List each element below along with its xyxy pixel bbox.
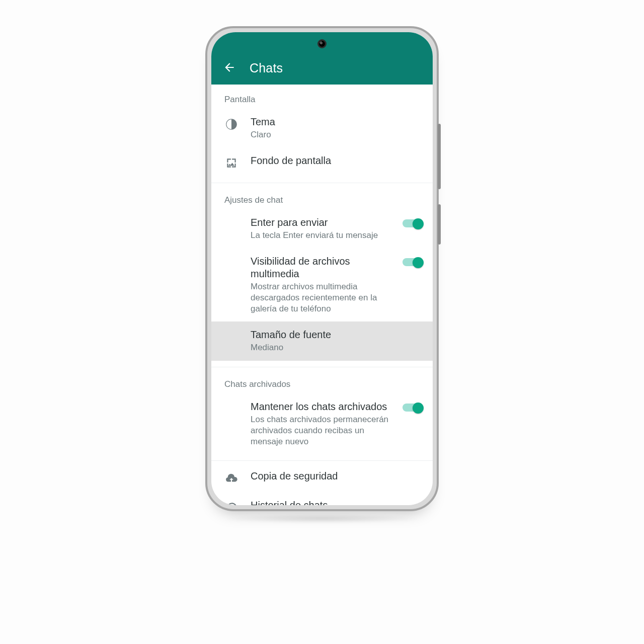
wallpaper-icon (224, 156, 238, 170)
spacer-icon (224, 331, 238, 344)
row-wallpaper[interactable]: Fondo de pantalla (211, 147, 433, 177)
row-subtitle: La tecla Enter enviará tu mensaje (251, 230, 390, 241)
row-title: Fondo de pantalla (251, 154, 423, 167)
row-theme[interactable]: Tema Claro (211, 109, 433, 147)
cloud-upload-icon (224, 472, 238, 485)
row-backup[interactable]: Copia de seguridad (211, 463, 433, 492)
divider (211, 460, 433, 461)
row-subtitle: Mostrar archivos multimedia descargados … (251, 281, 390, 314)
theme-icon (224, 118, 238, 131)
row-title: Enter para enviar (251, 216, 390, 229)
toggle-media-visibility[interactable] (403, 257, 423, 268)
row-title: Historial de chats (251, 499, 423, 505)
back-button[interactable] (222, 61, 236, 75)
toggle-keep-archived[interactable] (403, 403, 423, 414)
row-title: Tamaño de fuente (251, 329, 423, 341)
spacer-icon (224, 257, 238, 270)
spacer-icon (224, 218, 238, 231)
volume-button (438, 124, 441, 189)
divider (211, 367, 433, 367)
phone-mock: Chats Pantalla Tema Claro Fondo de pa (205, 26, 439, 511)
settings-content: Pantalla Tema Claro Fondo de pantalla (211, 85, 433, 505)
history-icon (224, 501, 238, 505)
row-title: Mantener los chats archivados (251, 400, 390, 413)
section-header-archived: Chats archivados (211, 369, 433, 393)
row-subtitle: Los chats archivados permanecerán archiv… (251, 414, 390, 447)
spacer-icon (224, 403, 238, 416)
row-chat-history[interactable]: Historial de chats (211, 492, 433, 505)
punch-hole-camera (317, 39, 327, 48)
row-title: Tema (251, 116, 423, 128)
row-font-size[interactable]: Tamaño de fuente Mediano (211, 321, 433, 360)
power-button (438, 204, 441, 245)
row-title: Copia de seguridad (251, 470, 423, 482)
section-header-chat: Ajustes de chat (211, 185, 433, 209)
screen: Chats Pantalla Tema Claro Fondo de pa (211, 32, 433, 505)
arrow-left-icon (223, 61, 236, 76)
row-title: Visibilidad de archivos multimedia (251, 255, 390, 280)
divider (211, 183, 433, 183)
row-subtitle: Mediano (251, 342, 423, 353)
toggle-enter-to-send[interactable] (403, 218, 423, 229)
row-keep-archived[interactable]: Mantener los chats archivados Los chats … (211, 393, 433, 454)
row-enter-to-send[interactable]: Enter para enviar La tecla Enter enviará… (211, 209, 433, 248)
row-media-visibility[interactable]: Visibilidad de archivos multimedia Mostr… (211, 248, 433, 321)
row-subtitle: Claro (251, 129, 423, 140)
section-header-display: Pantalla (211, 85, 433, 109)
page-title: Chats (250, 61, 283, 75)
